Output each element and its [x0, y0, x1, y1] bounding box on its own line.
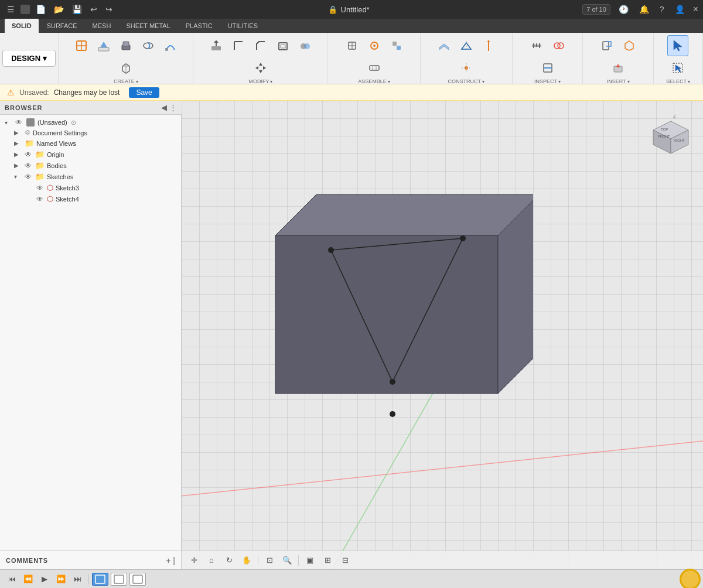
measure-button[interactable] [526, 35, 547, 56]
sketch-button[interactable] [93, 35, 114, 56]
tab-utilities[interactable]: UTILITIES [221, 19, 265, 33]
menu-button[interactable]: ☰ [5, 4, 17, 15]
timeline-frame-3[interactable] [129, 573, 146, 586]
browser-title: BROWSER [5, 104, 159, 111]
tree-eye-root[interactable]: 👁 [15, 118, 22, 127]
new-file-button[interactable]: 📄 [33, 4, 48, 15]
browser-options-button[interactable]: ⋮ [169, 103, 177, 112]
fast-forward-button[interactable]: ⏭ [70, 572, 84, 586]
point-button[interactable] [456, 57, 477, 78]
left-panel: BROWSER ◀ ⋮ ▾ 👁 (Unsaved) ⊙ ▶ ⚙ D [0, 101, 182, 569]
axis-button[interactable] [478, 35, 499, 56]
tree-label-origin: Origin [47, 151, 64, 158]
press-pull-button[interactable] [206, 35, 227, 56]
timeline-frame-1[interactable] [92, 573, 108, 586]
frame3-icon [132, 575, 143, 584]
prev-frame-button[interactable]: ⏪ [21, 572, 35, 586]
collapse-comments-button[interactable]: | [173, 556, 175, 565]
tab-plastic[interactable]: PLASTIC [179, 19, 220, 33]
insert-svg-button[interactable] [596, 35, 617, 56]
redo-button[interactable]: ↪ [103, 4, 115, 15]
tree-eye-bodies[interactable]: 👁 [25, 162, 32, 170]
tab-surface[interactable]: SURFACE [40, 19, 84, 33]
tree-item-named-views[interactable]: ▶ 📁 Named Views [0, 138, 181, 149]
pan-button[interactable]: ✋ [239, 553, 254, 568]
tree-arrow-bodies: ▶ [14, 162, 22, 169]
viewport[interactable]: Z FRONT RIGHT TOP ✛ ⌂ ↻ ✋ ⊡ 🔍 [182, 101, 703, 569]
viewport-preferences-button[interactable]: ⊟ [337, 553, 353, 568]
orbit-button[interactable]: ↻ [221, 553, 237, 568]
move-tool-button[interactable]: ✛ [186, 553, 202, 568]
svg-rect-26 [393, 42, 397, 46]
tab-mesh[interactable]: MESH [86, 19, 118, 33]
timeline-frame-2[interactable] [111, 573, 127, 586]
open-file-button[interactable]: 📂 [52, 4, 66, 15]
tree-eye-sketch3[interactable]: 👁 [36, 184, 43, 192]
window-select-button[interactable] [667, 57, 688, 78]
rewind-button[interactable]: ⏮ [5, 572, 19, 586]
sweep-button[interactable] [160, 35, 181, 56]
modify-section: MODIFY ▾ [193, 33, 328, 84]
create-sketch-button[interactable] [71, 35, 92, 56]
tree-item-origin[interactable]: ▶ 👁 📁 Origin [0, 149, 181, 160]
save-file-button[interactable]: 💾 [70, 4, 84, 15]
browser-collapse-button[interactable]: ◀ [161, 103, 167, 112]
close-window-button[interactable]: × [693, 4, 698, 15]
notification-button[interactable]: 🔔 [637, 4, 651, 15]
rigid-group-button[interactable] [364, 57, 385, 78]
undo-button[interactable]: ↩ [88, 4, 100, 15]
insert-decal-button[interactable] [608, 57, 629, 78]
nav-cube[interactable]: Z FRONT RIGHT TOP [641, 110, 694, 162]
tree-eye-sketch4[interactable]: 👁 [36, 195, 43, 203]
user-button[interactable]: 👤 [673, 4, 687, 15]
tab-sheet-metal[interactable]: SHEET METAL [119, 19, 177, 33]
zoom-fit-button[interactable]: ⊡ [262, 553, 277, 568]
display-settings-button[interactable]: ▣ [302, 553, 318, 568]
tree-arrow-doc-settings: ▶ [14, 129, 22, 136]
shell-button[interactable] [272, 35, 294, 56]
offset-plane-button[interactable] [434, 35, 455, 56]
design-dropdown-button[interactable]: DESIGN ▾ [2, 50, 56, 67]
as-built-joint-button[interactable] [386, 35, 407, 56]
tree-eye-sketches[interactable]: 👁 [25, 173, 32, 181]
plane-angle-button[interactable] [456, 35, 477, 56]
combine-button[interactable] [295, 35, 316, 56]
insert-mesh-button[interactable] [619, 35, 640, 56]
grid-button[interactable]: ⊞ [320, 553, 335, 568]
help-button[interactable]: ? [657, 4, 667, 15]
tree-item-sketch4[interactable]: ▶ 👁 ⬡ Sketch4 [0, 193, 181, 204]
titlebar: ☰ 📄 📂 💾 ↩ ↪ 🔒 Untitled* 7 of 10 🕐 🔔 ? 👤 … [0, 0, 703, 19]
save-button[interactable]: Save [129, 87, 159, 98]
zoom-in-button[interactable]: 🔍 [279, 553, 295, 568]
titlebar-center: 🔒 Untitled* [328, 5, 370, 14]
clock-button[interactable]: 🕐 [616, 4, 631, 15]
select-button[interactable] [667, 35, 688, 56]
tree-item-doc-settings[interactable]: ▶ ⚙ Document Settings [0, 128, 181, 138]
joint-button[interactable] [364, 35, 385, 56]
tree-eye-origin[interactable]: 👁 [25, 151, 32, 159]
add-comment-button[interactable]: + [166, 556, 170, 565]
grid-background [182, 101, 703, 569]
new-component-button[interactable] [342, 35, 363, 56]
revolve-button[interactable] [138, 35, 159, 56]
tree-item-sketch3[interactable]: ▶ 👁 ⬡ Sketch3 [0, 182, 181, 193]
next-frame-button[interactable]: ⏩ [54, 572, 68, 586]
move-button[interactable] [250, 57, 271, 78]
home-button[interactable]: ⌂ [204, 553, 219, 568]
unsaved-prefix: Unsaved: [19, 88, 49, 97]
svg-marker-50 [616, 64, 620, 67]
tree-item-bodies[interactable]: ▶ 👁 📁 Bodies [0, 160, 181, 171]
fillet-button[interactable] [228, 35, 249, 56]
extrude-button[interactable] [115, 35, 136, 56]
section-analysis-button[interactable] [537, 57, 558, 78]
play-button[interactable]: ▶ [37, 572, 52, 586]
tab-solid[interactable]: SOLID [5, 19, 39, 33]
tree-label-root: (Unsaved) [37, 119, 67, 126]
tree-item-root[interactable]: ▾ 👁 (Unsaved) ⊙ [0, 117, 181, 128]
box-button[interactable] [115, 57, 136, 78]
titlebar-right: 7 of 10 🕐 🔔 ? 👤 × [582, 4, 698, 15]
chamfer-button[interactable] [250, 35, 271, 56]
titlebar-left: ☰ 📄 📂 💾 ↩ ↪ [5, 4, 115, 15]
tree-item-sketches[interactable]: ▾ 👁 📁 Sketches [0, 171, 181, 182]
interference-button[interactable] [548, 35, 569, 56]
